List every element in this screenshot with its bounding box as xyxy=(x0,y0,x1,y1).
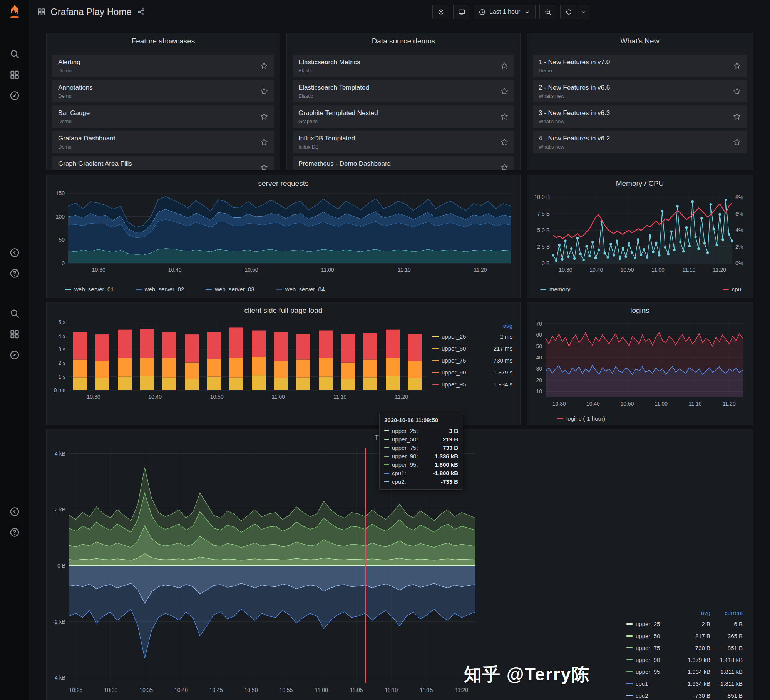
dashboards-icon[interactable] xyxy=(9,70,20,80)
panel-title[interactable]: logins xyxy=(527,305,753,316)
tooltip-row: upper_90:1.336 kB xyxy=(384,452,458,460)
legend-item[interactable]: upper_75730 ms xyxy=(432,354,512,366)
list-item[interactable]: 2 - New Features in v6.6What's new xyxy=(533,80,747,102)
svg-text:10:50: 10:50 xyxy=(621,267,634,273)
list-item[interactable]: 4 - New Features in v6.2What's new xyxy=(533,131,747,153)
list-item[interactable]: AlertingDemo xyxy=(52,55,274,77)
legend-item[interactable]: cpu xyxy=(723,286,741,292)
tooltip-row: upper_75:733 B xyxy=(384,443,458,452)
list-item[interactable]: 3 - New Features in v6.3What's new xyxy=(533,105,747,128)
list-item[interactable]: 1 - New Features in v7.0Demo xyxy=(533,55,747,77)
star-icon[interactable] xyxy=(733,87,741,95)
legend-item[interactable]: logins (-1 hour) xyxy=(557,415,605,422)
tooltip-row: upper_50:219 B xyxy=(384,435,458,443)
legend-item: upper_951.934 kB1.811 kB xyxy=(626,666,743,678)
list-item-subtitle: What's new xyxy=(539,119,733,124)
list-item-subtitle: Demo xyxy=(58,169,260,171)
explore-compass-icon[interactable] xyxy=(9,90,20,101)
panel-title[interactable]: client side full page load xyxy=(47,305,520,316)
share-icon[interactable] xyxy=(137,8,146,16)
list-item[interactable]: Graphite Templated NestedGraphite xyxy=(293,105,514,128)
list-item[interactable]: Prometheus - Demo DashboardPrometheus xyxy=(293,156,514,170)
svg-text:10:25: 10:25 xyxy=(69,687,82,693)
logins-chart[interactable]: 1020304050607010:3010:4010:5011:0011:101… xyxy=(530,316,750,409)
legend-item[interactable]: upper_901.379 s xyxy=(432,366,512,378)
svg-text:10:45: 10:45 xyxy=(209,687,223,693)
help-icon[interactable] xyxy=(9,527,20,538)
star-icon[interactable] xyxy=(733,112,741,121)
star-icon[interactable] xyxy=(260,87,268,95)
list-item-title: Prometheus - Demo Dashboard xyxy=(298,160,500,168)
svg-text:10:50: 10:50 xyxy=(244,687,258,693)
star-icon[interactable] xyxy=(260,112,268,121)
star-icon[interactable] xyxy=(500,62,509,70)
zoom-out-button[interactable] xyxy=(539,5,556,19)
panel-title[interactable]: Feature showcases xyxy=(47,35,280,47)
svg-text:10:50: 10:50 xyxy=(620,401,634,407)
server-requests-chart[interactable]: 05010015010:3010:4010:5011:0011:1011:20 xyxy=(50,189,517,275)
settings-button[interactable] xyxy=(432,5,449,19)
refresh-interval-caret[interactable] xyxy=(577,5,590,19)
search-icon[interactable] xyxy=(9,308,20,319)
clock-icon xyxy=(479,8,486,16)
dashboards-icon[interactable] xyxy=(9,329,20,339)
legend-item: upper_75730 B851 B xyxy=(626,642,743,654)
legend-item[interactable]: memory xyxy=(540,286,570,292)
tv-mode-button[interactable] xyxy=(453,5,470,19)
sign-in-icon[interactable] xyxy=(9,506,20,517)
svg-text:4 s: 4 s xyxy=(58,333,65,339)
list-item[interactable]: Bar GaugeDemo xyxy=(52,105,274,128)
star-icon[interactable] xyxy=(500,163,509,170)
refresh-button[interactable] xyxy=(560,5,577,19)
panel-title[interactable]: Data source demos xyxy=(287,35,520,47)
panel-title[interactable]: server requests xyxy=(47,178,520,189)
svg-text:8%: 8% xyxy=(735,194,743,200)
search-icon[interactable] xyxy=(9,49,20,59)
star-icon[interactable] xyxy=(500,138,509,146)
graph-legend: web_server_01 web_server_02 web_server_0… xyxy=(65,286,325,292)
legend-item[interactable]: upper_951.934 s xyxy=(432,378,512,390)
page-load-chart[interactable]: 0 ms1 s2 s3 s4 s5 s10:3010:4010:5011:001… xyxy=(50,316,429,402)
explore-compass-icon[interactable] xyxy=(9,350,20,360)
memory-cpu-chart[interactable]: 0 B2.5 B5.0 B7.5 B10.0 B0%2%4%6%8%10:301… xyxy=(530,189,750,275)
sign-in-icon[interactable] xyxy=(9,247,20,258)
list-item[interactable]: InfluxDB TemplatedInflux DB xyxy=(293,131,514,153)
svg-text:-4 kB: -4 kB xyxy=(53,675,65,681)
legend-item[interactable]: upper_50217 ms xyxy=(432,342,512,354)
time-range-picker[interactable]: Last 1 hour xyxy=(474,5,536,19)
svg-text:10:30: 10:30 xyxy=(552,401,566,407)
list-item[interactable]: Grafana DashboardDemo xyxy=(52,131,274,153)
dashboard-grid-icon[interactable] xyxy=(37,8,46,16)
list-item[interactable]: Elasticsearch MetricsElastic xyxy=(293,55,514,77)
panel-title[interactable]: What's New xyxy=(527,35,753,47)
list-item[interactable]: AnnotationsDemo xyxy=(52,80,274,102)
legend-item[interactable]: upper_252 ms xyxy=(432,331,512,342)
legend-item[interactable]: web_server_04 xyxy=(276,286,325,292)
star-icon[interactable] xyxy=(733,138,741,146)
list-item[interactable]: Graph Gradient Area FillsDemo xyxy=(52,156,274,170)
star-icon[interactable] xyxy=(733,62,741,70)
list-item-subtitle: Demo xyxy=(58,144,260,150)
svg-text:11:10: 11:10 xyxy=(398,267,411,273)
refresh-button-group xyxy=(560,5,590,19)
legend-item[interactable]: web_server_03 xyxy=(206,286,254,292)
star-icon[interactable] xyxy=(260,62,268,70)
star-icon[interactable] xyxy=(500,87,509,95)
tooltip-row: cpu2:-733 B xyxy=(384,477,458,486)
svg-text:6%: 6% xyxy=(735,211,743,217)
list-item[interactable]: Elasticsearch TemplatedElastic xyxy=(293,80,514,102)
star-icon[interactable] xyxy=(260,163,268,170)
svg-text:11:00: 11:00 xyxy=(654,401,668,407)
tooltip-row: cpu1:-1.800 kB xyxy=(384,469,458,477)
help-icon[interactable] xyxy=(9,268,20,279)
grafana-logo[interactable] xyxy=(6,3,23,20)
panel-feature-showcases: Feature showcases AlertingDemo Annotatio… xyxy=(46,33,280,170)
list-item-subtitle: Demo xyxy=(58,68,260,74)
panel-title[interactable]: Memory / CPU xyxy=(527,178,753,189)
list-item-subtitle: Elastic xyxy=(298,68,500,74)
legend-item[interactable]: web_server_01 xyxy=(65,286,114,292)
star-icon[interactable] xyxy=(260,138,268,146)
watermark: 知乎 @Terry陈 xyxy=(464,663,590,687)
star-icon[interactable] xyxy=(500,112,509,121)
legend-item[interactable]: web_server_02 xyxy=(136,286,184,292)
